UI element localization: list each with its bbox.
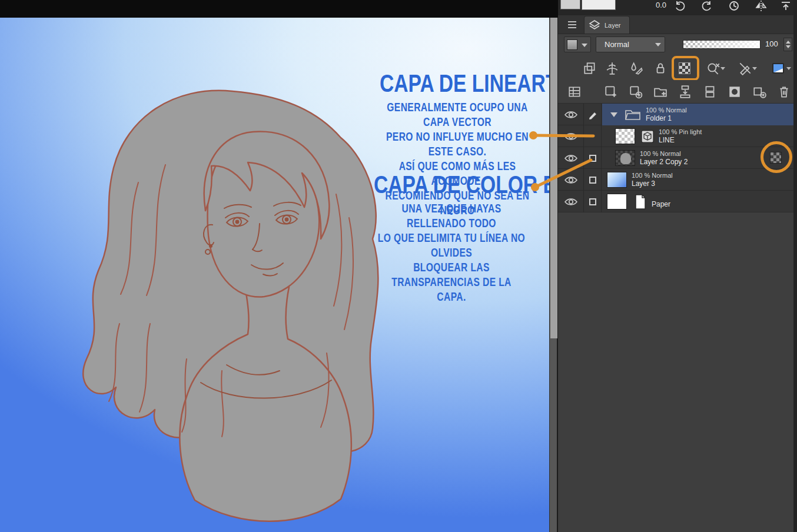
annotation-lineart-title: CAPA DE LINEART <box>380 71 535 97</box>
new-layer-dialog-icon[interactable] <box>629 85 643 99</box>
layer-thumbnail[interactable] <box>615 128 635 144</box>
rotation-value: 0.0 <box>656 1 666 9</box>
create-mask-icon[interactable] <box>728 85 742 99</box>
layer-blend-label: 100 % Normal <box>632 172 673 179</box>
edit-target-cell[interactable] <box>584 169 602 191</box>
layer-sample-swatch <box>567 39 577 50</box>
edit-target-cell[interactable] <box>584 125 602 147</box>
opacity-slider[interactable] <box>683 40 761 49</box>
eye-icon <box>564 175 577 185</box>
visibility-toggle[interactable] <box>558 104 584 125</box>
collapse-chevron-icon[interactable] <box>610 112 617 117</box>
reset-rotation-icon[interactable] <box>728 0 740 12</box>
chevron-down-icon[interactable] <box>752 67 757 70</box>
opacity-stepper[interactable] <box>783 38 792 51</box>
layer-name-label: Folder 1 <box>646 114 687 123</box>
ruler-range-icon[interactable] <box>738 61 752 75</box>
layer-thumbnail[interactable] <box>615 150 635 166</box>
palette-grid-icon[interactable] <box>567 85 582 99</box>
drawing-canvas[interactable]: CAPA DE LINEART GENERALMENTE OCUPO UNA C… <box>0 18 549 532</box>
annotation-colorbase-line: UNA VEZ QUE HAYAS RELLENADO TODO <box>374 201 529 231</box>
annotation-circle <box>761 141 792 173</box>
edit-target-cell[interactable] <box>584 191 602 212</box>
stepper-down-icon[interactable] <box>786 45 791 48</box>
visibility-toggle[interactable] <box>558 125 584 147</box>
annotation-lineart-line: PERO NO INFLUYE MUCHO EN ESTE CASO. <box>380 129 535 159</box>
top-toolbar-strip: 0.0 <box>558 0 793 15</box>
layer-name-label: LINE <box>659 136 702 145</box>
edit-target-cell[interactable] <box>584 104 602 125</box>
eye-icon <box>564 132 577 141</box>
cropped-input-box[interactable] <box>582 0 616 10</box>
rotate-right-icon[interactable] <box>700 0 713 12</box>
visibility-toggle[interactable] <box>558 191 584 212</box>
edit-target-cell[interactable] <box>584 147 602 169</box>
paper-icon <box>634 194 647 210</box>
layer-blend-label: 100 % Normal <box>646 107 687 114</box>
canvas-top-black-bar <box>0 0 558 18</box>
layer-thumbnail[interactable] <box>607 172 627 188</box>
clip-at-layer-below-icon[interactable] <box>583 61 597 75</box>
apply-mask-icon[interactable] <box>752 85 766 99</box>
rotate-left-icon[interactable] <box>673 0 686 12</box>
annotation-colorbase-line: LO QUE DELIMITA TU LÍNEA NO OLVIDES <box>374 231 529 260</box>
stepper-up-icon[interactable] <box>786 41 791 44</box>
pen-icon <box>588 110 597 119</box>
tab-layer[interactable]: Layer <box>584 16 630 34</box>
draft-layer-icon[interactable] <box>629 61 643 75</box>
layer-checkbox[interactable] <box>589 198 596 205</box>
layer-blend-label: 100 % Normal <box>640 150 688 158</box>
vector-cube-icon <box>641 130 654 143</box>
layers-stack-icon <box>588 19 601 31</box>
enable-mask-icon[interactable] <box>706 61 720 75</box>
layer-name-label: Layer 3 <box>632 179 673 188</box>
menu-icon[interactable] <box>566 19 578 30</box>
opacity-value: 100 <box>765 39 778 48</box>
eye-icon <box>564 110 577 119</box>
layer-row-layer-2-copy-2[interactable]: 100 % Normal Layer 2 Copy 2 <box>558 147 793 169</box>
layer-sample-dropdown[interactable] <box>564 36 591 52</box>
fit-to-screen-icon[interactable] <box>779 0 792 12</box>
chevron-down-icon[interactable] <box>720 67 725 70</box>
layer-checkbox[interactable] <box>589 155 596 162</box>
blend-mode-dropdown[interactable]: Normal <box>596 36 665 52</box>
chevron-down-icon[interactable] <box>786 67 791 70</box>
reference-layer-icon[interactable] <box>605 61 619 75</box>
new-folder-icon[interactable] <box>653 85 668 99</box>
layer-row-paper[interactable]: Paper <box>558 191 793 212</box>
blend-opacity-row: Normal 100 <box>558 34 793 55</box>
tab-layer-label: Layer <box>605 22 621 29</box>
thumbnail-figure <box>620 153 631 164</box>
layer-row-layer-3[interactable]: 100 % Normal Layer 3 <box>558 169 793 191</box>
cropped-input-box[interactable] <box>560 0 580 9</box>
merge-down-icon[interactable] <box>703 85 717 99</box>
layer-row-line[interactable]: 100 % Pin light LINE <box>558 125 793 147</box>
layer-row-content[interactable]: Paper <box>602 191 793 212</box>
scrollbar-thumb[interactable] <box>550 18 557 338</box>
layer-thumbnail[interactable] <box>607 194 627 210</box>
folder-icon <box>625 108 641 121</box>
layer-panel: 0.0 Layer <box>558 0 797 532</box>
visibility-toggle[interactable] <box>558 147 584 169</box>
flip-horizontal-icon[interactable] <box>755 0 768 12</box>
character-sketch <box>50 77 391 530</box>
lock-layer-icon[interactable] <box>653 61 668 75</box>
new-raster-layer-icon[interactable] <box>604 85 618 99</box>
layer-name-label: Paper <box>652 200 670 209</box>
chevron-down-icon <box>655 43 661 46</box>
layer-row-content[interactable]: 100 % Normal Folder 1 <box>602 104 793 125</box>
layer-row-folder-1[interactable]: 100 % Normal Folder 1 <box>558 104 793 125</box>
layer-row-content[interactable]: 100 % Normal Layer 3 <box>602 169 793 191</box>
layer-toolbar-row1 <box>558 55 793 80</box>
vertical-scrollbar[interactable] <box>549 18 558 532</box>
delete-layer-icon[interactable] <box>777 85 791 99</box>
visibility-toggle[interactable] <box>558 169 584 191</box>
transfer-down-icon[interactable] <box>678 85 692 99</box>
layer-row-content[interactable]: 100 % Pin light LINE <box>602 125 793 147</box>
layer-blend-label: 100 % Pin light <box>659 128 702 136</box>
annotation-colorbase-line: CAPA. <box>374 290 529 304</box>
annotation-colorbase-title: CAPA DE COLOR BASE <box>374 172 529 198</box>
layer-checkbox[interactable] <box>589 177 596 184</box>
eye-icon <box>564 197 577 207</box>
layer-color-icon[interactable] <box>771 61 785 75</box>
